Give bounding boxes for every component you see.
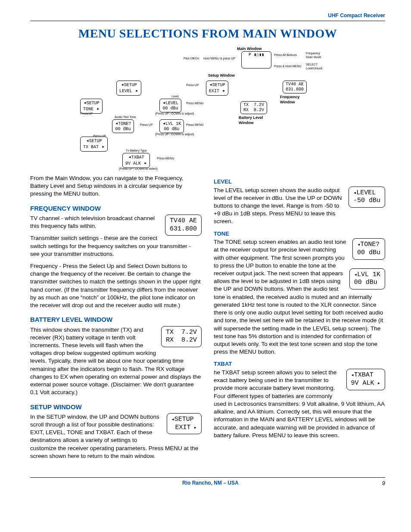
diagram-label-updown-1: (Press UP / DOWN to adjust) [155, 112, 194, 115]
heading-battery-level-window: BATTERY LEVEL WINDOW [30, 315, 202, 324]
heading-txbat: TXBAT [214, 360, 385, 368]
diagram-box-batt: TX 7.2V RX 8.2V [240, 101, 267, 114]
heading-frequency-window: FREQUENCY WINDOW [30, 204, 202, 213]
content-columns: From the Main Window, you can navigate t… [30, 174, 385, 464]
diagram-label-pressup-2: Press UP [80, 112, 93, 115]
diagram-label-updown-2: (Press UP / DOWN to adjust) [155, 132, 194, 136]
diagram-label-presshold: Press & Hold MENU [274, 64, 301, 68]
diagram-box-lvl1k: LVL 1K 00 dBu [159, 119, 184, 133]
diagram-box-tv40: TV40 AE 631.800 [283, 81, 307, 93]
diagram-label-pressmenu-2: Press MENU [186, 123, 203, 127]
diagram-label-select: SELECT Lock/Unlock [306, 62, 322, 71]
intro-paragraph: From the Main Window, you can navigate t… [30, 174, 202, 198]
diagram-box-setup-exit: SETUP EXIT [206, 81, 228, 96]
doc-header: UHF Compact Receiver [30, 12, 385, 19]
diagram-box-txbat-9v: TXBAT 9V ALK [122, 153, 150, 168]
diagram-label-pressup-4: Press UP [93, 134, 106, 138]
footer-page-number: 9 [382, 479, 385, 487]
diagram-label-txbtype: Tx Battery Type [126, 149, 147, 152]
diagram-box-main: P ▮▯▮▮ [241, 51, 271, 68]
diagram-label-holdmenuup: Hold MENU & press UP [203, 56, 235, 60]
diagram-label-updown-sel: (Press UP / DOWN to select) [119, 167, 158, 171]
diagram-label-level-h: Level [171, 94, 179, 98]
header-rule [30, 21, 385, 21]
heading-tone: TONE [214, 230, 385, 238]
lcd-frequency: TV40 AE 631.800 [165, 215, 202, 236]
menu-flow-diagram: Main Window P ▮▯▮▮ Pilot Off/On Hold MEN… [30, 46, 385, 171]
diagram-label-pressmenu-1: Press MENU [186, 101, 203, 105]
lcd-txbat: TXBAT 9V ALK [346, 369, 385, 390]
right-column: LEVEL LEVEL -50 dBu The LEVEL setup scre… [214, 174, 385, 464]
diagram-label-batt-window: Battery Level Window [239, 115, 263, 125]
footer-location: Rio Rancho, NM – USA [39, 479, 382, 486]
diagram-label-pressup-3: Press UP [140, 123, 153, 127]
lcd-tone-1: TONE? 00 dBu [352, 238, 385, 260]
diagram-label-pilot: Pilot Off/On [184, 56, 199, 60]
diagram-box-level-00: LEVEL 00 dBu [159, 99, 181, 112]
freq-p2: Transmitter switch settings - these are … [30, 234, 202, 258]
page-title: MENU SELECTIONS FROM MAIN WINDOW [30, 25, 385, 42]
diagram-label-fscan: Frequency Scan Mode [306, 51, 321, 59]
diagram-box-tone-00: TONE? 00 dBu [112, 119, 134, 133]
freq-p3: Frequency - Press the Select Up and Sele… [30, 262, 202, 309]
diagram-label-pressup-1: Press UP [186, 83, 199, 87]
diagram-label-freq-window: Frequency Window [280, 94, 300, 105]
lcd-setup: SETUP EXIT [167, 413, 202, 435]
diagram-box-setup-level: SETUP LEVEL [116, 81, 141, 96]
diagram-box-setup-txbat: SETUP TX BAT [80, 137, 108, 152]
lcd-level: LEVEL -50 dBu [349, 187, 385, 208]
diagram-label-pressmenu-3: Press MENU [157, 156, 174, 160]
left-column: From the Main Window, you can navigate t… [30, 174, 202, 464]
diagram-label-pressall: Press All Buttons [274, 53, 297, 57]
heading-setup-window: SETUP WINDOW [30, 403, 202, 411]
diagram-label-audiotest: Audio Test Tone [115, 115, 136, 119]
diagram-label-main-window: Main Window [237, 46, 262, 51]
lcd-tone-2: LVL 1K 00 dBu [349, 268, 385, 290]
diagram-label-setup-window: Setup Window [208, 73, 235, 78]
heading-level: LEVEL [214, 178, 385, 186]
lcd-battery: TX 7.2V RX 8.2V [161, 326, 202, 348]
page-footer: Rio Rancho, NM – USA 9 [30, 477, 385, 487]
